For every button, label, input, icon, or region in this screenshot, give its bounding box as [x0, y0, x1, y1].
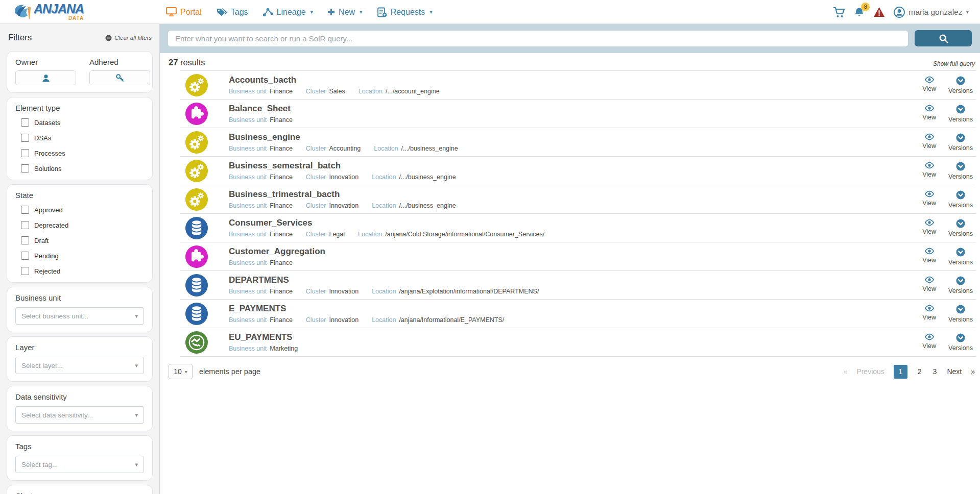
cluster-label[interactable]: Cluster: [306, 88, 326, 95]
view-button[interactable]: View: [922, 162, 936, 180]
page-button-2[interactable]: 2: [917, 367, 923, 376]
business-unit-label[interactable]: Business unit: [229, 259, 267, 266]
nav-new[interactable]: New: [327, 8, 363, 17]
cluster-label[interactable]: Cluster: [306, 316, 326, 324]
versions-button[interactable]: Versions: [948, 276, 973, 294]
next-page-button[interactable]: Next: [947, 367, 962, 376]
cluster-label[interactable]: Cluster: [306, 288, 326, 295]
versions-button[interactable]: Versions: [948, 105, 973, 123]
nav-portal[interactable]: Portal: [166, 7, 202, 17]
page-button-3[interactable]: 3: [932, 367, 938, 376]
view-button[interactable]: View: [922, 305, 936, 323]
nav-requests[interactable]: Requests: [377, 7, 433, 17]
location-label[interactable]: Location: [372, 202, 396, 209]
view-button[interactable]: View: [922, 248, 936, 266]
element-type-checkbox[interactable]: [21, 164, 29, 172]
view-button[interactable]: View: [922, 76, 936, 94]
view-button[interactable]: View: [922, 333, 936, 352]
versions-button[interactable]: Versions: [948, 76, 973, 94]
business-unit-label[interactable]: Business unit: [229, 316, 267, 324]
result-title[interactable]: DEPARTMENS: [229, 275, 539, 285]
result-title[interactable]: Balance_Sheet: [229, 104, 293, 114]
business-unit-label[interactable]: Business unit: [229, 202, 267, 209]
cluster-label[interactable]: Cluster: [306, 145, 326, 152]
versions-button[interactable]: Versions: [948, 219, 973, 237]
business-unit-label[interactable]: Business unit: [229, 145, 267, 152]
versions-button[interactable]: Versions: [948, 190, 973, 209]
page-button-1[interactable]: 1: [894, 365, 907, 379]
result-title[interactable]: Consumer_Services: [229, 218, 544, 228]
view-button[interactable]: View: [922, 219, 936, 237]
checkbox-option-approved[interactable]: Approved: [21, 206, 144, 214]
location-label[interactable]: Location: [358, 88, 383, 95]
versions-button[interactable]: Versions: [948, 305, 973, 323]
checkbox-option-draft[interactable]: Draft: [21, 236, 144, 244]
result-title[interactable]: Customer_Aggregation: [229, 246, 325, 257]
state-checkbox[interactable]: [21, 236, 29, 244]
state-checkbox[interactable]: [21, 252, 29, 260]
show-full-query-link[interactable]: Show full query: [933, 60, 975, 67]
state-checkbox[interactable]: [21, 221, 29, 229]
business-unit-label[interactable]: Business unit: [229, 288, 267, 295]
checkbox-option-deprecated[interactable]: Deprecated: [21, 221, 144, 229]
last-page-arrow[interactable]: »: [971, 367, 975, 376]
view-button[interactable]: View: [922, 276, 936, 294]
versions-button[interactable]: Versions: [948, 133, 973, 152]
element-type-checkbox[interactable]: [21, 149, 29, 157]
adhered-filter-button[interactable]: [89, 70, 150, 85]
notifications-button[interactable]: 8: [854, 7, 865, 18]
versions-button[interactable]: Versions: [948, 162, 973, 180]
result-title[interactable]: E_PAYMENTS: [229, 304, 504, 314]
state-checkbox[interactable]: [21, 206, 29, 214]
element-type-checkbox[interactable]: [21, 118, 29, 127]
warning-icon[interactable]: [873, 7, 885, 17]
business-unit-select[interactable]: Select business unit...: [15, 307, 144, 325]
clear-all-filters-link[interactable]: Clear all filters: [105, 35, 152, 41]
location-label[interactable]: Location: [372, 174, 396, 181]
state-checkbox[interactable]: [21, 267, 29, 275]
search-input[interactable]: [168, 31, 908, 46]
checkbox-option-solutions[interactable]: Solutions: [21, 164, 144, 172]
checkbox-option-datasets[interactable]: Datasets: [21, 118, 144, 127]
element-type-checkbox[interactable]: [21, 134, 29, 142]
view-button[interactable]: View: [922, 190, 936, 209]
result-title[interactable]: Business_semestral_batch: [229, 161, 456, 171]
view-button[interactable]: View: [922, 133, 936, 152]
checkbox-option-processes[interactable]: Processes: [21, 149, 144, 157]
result-title[interactable]: Business_trimestral_bacth: [229, 189, 456, 200]
tags-select[interactable]: Select tag...: [15, 456, 144, 473]
data-sensitivity-select[interactable]: Select data sensitivity...: [15, 406, 144, 424]
location-label[interactable]: Location: [372, 288, 396, 295]
versions-button[interactable]: Versions: [948, 333, 973, 352]
location-label[interactable]: Location: [374, 145, 398, 152]
cluster-label[interactable]: Cluster: [306, 231, 326, 238]
layer-select[interactable]: Select layer...: [15, 357, 144, 374]
business-unit-label[interactable]: Business unit: [229, 345, 267, 352]
location-label[interactable]: Location: [358, 231, 382, 238]
versions-button[interactable]: Versions: [948, 248, 973, 266]
cart-icon[interactable]: [833, 7, 845, 18]
checkbox-option-dsas[interactable]: DSAs: [21, 134, 144, 142]
view-button[interactable]: View: [922, 105, 936, 123]
user-menu[interactable]: maria gonzalez: [894, 7, 969, 18]
first-page-arrow[interactable]: «: [844, 367, 848, 376]
nav-tags[interactable]: Tags: [216, 7, 248, 17]
result-title[interactable]: EU_PAYMENTS: [229, 332, 298, 342]
checkbox-option-rejected[interactable]: Rejected: [21, 267, 144, 275]
checkbox-option-pending[interactable]: Pending: [21, 252, 144, 260]
cluster-label[interactable]: Cluster: [306, 174, 326, 181]
result-title[interactable]: Accounts_bacth: [229, 75, 440, 85]
business-unit-label[interactable]: Business unit: [229, 88, 267, 95]
nav-lineage[interactable]: Lineage: [262, 7, 313, 17]
per-page-select[interactable]: 10: [169, 364, 193, 379]
business-unit-label[interactable]: Business unit: [229, 174, 267, 181]
location-label[interactable]: Location: [372, 316, 396, 324]
app-logo[interactable]: ANJANA DATA: [13, 2, 84, 22]
result-title[interactable]: Business_engine: [229, 132, 458, 142]
previous-page-button[interactable]: Previous: [856, 367, 884, 376]
search-button[interactable]: [915, 30, 972, 46]
cluster-label[interactable]: Cluster: [306, 202, 326, 209]
business-unit-label[interactable]: Business unit: [229, 116, 267, 124]
owner-filter-button[interactable]: [15, 70, 76, 85]
business-unit-label[interactable]: Business unit: [229, 231, 267, 238]
